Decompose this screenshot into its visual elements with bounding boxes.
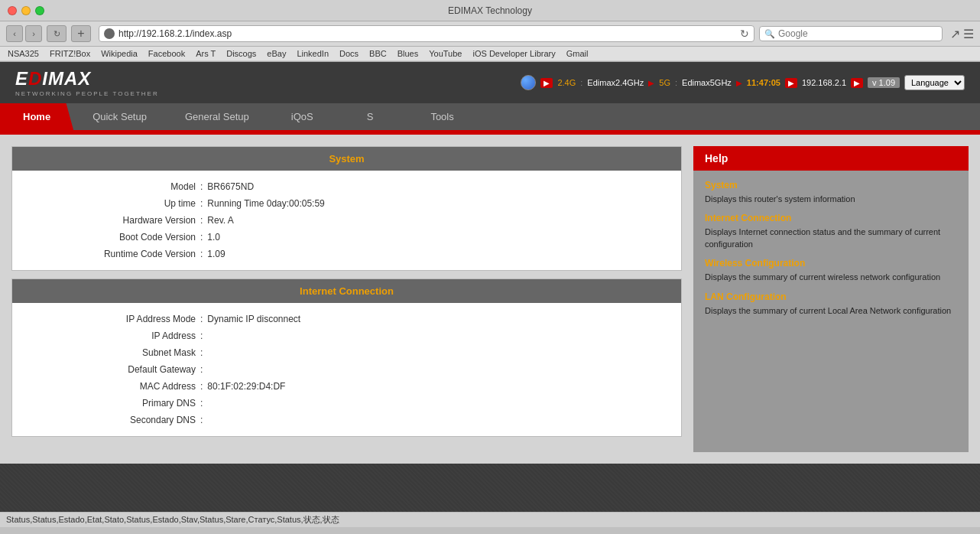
- help-lan-text: Displays the summary of current Local Ar…: [705, 305, 957, 317]
- help-wireless-title[interactable]: Wireless Configuration: [705, 258, 957, 269]
- logo: EDIMAX NETWORKING PEOPLE TOGETHER: [15, 68, 159, 97]
- table-row: Runtime Code Version : 1.09: [28, 246, 666, 262]
- boot-version-label: Boot Code Version: [28, 232, 196, 243]
- search-input[interactable]: [778, 28, 937, 39]
- band24-play[interactable]: ▶: [540, 78, 553, 88]
- globe-icon: [521, 75, 536, 90]
- band5-sep: :: [675, 78, 677, 87]
- uptime-value: Running Time 0day:00:05:59: [207, 198, 324, 209]
- main-content: System Model : BR6675ND Up time : Runnin…: [0, 135, 980, 464]
- help-body: System Displays this router's system inf…: [693, 171, 969, 330]
- bookmark-bbc[interactable]: BBC: [369, 49, 387, 58]
- table-row: Boot Code Version : 1.0: [28, 229, 666, 246]
- back-button[interactable]: ‹: [6, 25, 23, 42]
- maximize-button[interactable]: [35, 6, 44, 15]
- nav-tabs: Home Quick Setup General Setup iQoS S To…: [0, 103, 980, 130]
- system-section: System Model : BR6675ND Up time : Runnin…: [11, 146, 682, 271]
- bookmark-fritzbox[interactable]: FRITZ!Box: [50, 49, 90, 58]
- bookmark-docs[interactable]: Docs: [339, 49, 359, 58]
- boot-version-value: 1.0: [207, 232, 220, 243]
- router-ip: 192.168.2.1: [802, 78, 846, 87]
- bookmark-wikipedia[interactable]: Wikipedia: [101, 49, 138, 58]
- bookmark-facebook[interactable]: Facebook: [148, 49, 185, 58]
- bookmark-blues[interactable]: Blues: [398, 49, 419, 58]
- time-play[interactable]: ▶: [785, 78, 797, 88]
- bookmarks-bar: NSA325 FRITZ!Box Wikipedia Facebook Ars …: [0, 47, 980, 61]
- firmware-version: v 1.09: [868, 77, 900, 88]
- bookmark-discogs[interactable]: Discogs: [226, 49, 256, 58]
- table-row: IP Address Mode : Dynamic IP disconnect: [28, 311, 666, 327]
- reload-button[interactable]: ↻: [47, 25, 67, 42]
- band5-arrow: ▶: [736, 79, 742, 87]
- help-wireless-text: Displays the summary of current wireless…: [705, 272, 957, 283]
- tab-general-setup[interactable]: General Setup: [166, 103, 268, 130]
- system-section-title: System: [329, 153, 364, 164]
- url-security-icon: [104, 28, 115, 39]
- dns2-label: Secondary DNS: [28, 415, 196, 425]
- mac-label: MAC Address: [28, 381, 196, 392]
- band24-label: 2.4G: [557, 78, 576, 87]
- bookmark-ebay[interactable]: eBay: [267, 49, 286, 58]
- bookmark-gmail[interactable]: Gmail: [566, 49, 589, 58]
- internet-section: Internet Connection IP Address Mode : Dy…: [11, 278, 682, 437]
- table-row: Default Gateway :: [28, 361, 666, 378]
- uptime-label: Up time: [28, 198, 196, 209]
- internet-section-title: Internet Connection: [300, 285, 394, 297]
- table-row: Hardware Version : Rev. A: [28, 212, 666, 229]
- ip-mode-value: Dynamic IP disconnect: [207, 314, 300, 324]
- table-row: Subnet Mask :: [28, 344, 666, 361]
- language-select[interactable]: Language English 中文: [904, 75, 965, 90]
- model-label: Model: [28, 181, 196, 192]
- status-footer: Status,Status,Estado,Etat,Stato,Status,E…: [0, 512, 980, 527]
- share-button[interactable]: ↗: [950, 27, 960, 41]
- help-internet-title[interactable]: Internet Connection: [705, 213, 957, 223]
- dns1-label: Primary DNS: [28, 398, 196, 409]
- band24-sep: :: [580, 78, 582, 87]
- close-button[interactable]: [8, 6, 17, 15]
- minimize-button[interactable]: [21, 6, 31, 15]
- hw-version-label: Hardware Version: [28, 215, 196, 226]
- bookmark-arst[interactable]: Ars T: [196, 49, 216, 58]
- help-internet-text: Displays Internet connection status and …: [705, 226, 957, 250]
- runtime-version-value: 1.09: [207, 249, 225, 259]
- band24-arrow: ▶: [648, 79, 654, 87]
- logo-subtitle: NETWORKING PEOPLE TOGETHER: [15, 90, 159, 97]
- tab-tools[interactable]: Tools: [404, 103, 480, 130]
- window-title: EDIMAX Technology: [448, 5, 532, 16]
- bookmark-linkedin[interactable]: LinkedIn: [297, 49, 329, 58]
- url-input[interactable]: [118, 28, 737, 39]
- band5-label: 5G: [659, 78, 670, 87]
- status-text: Status,Status,Estado,Etat,Stato,Status,E…: [6, 515, 339, 524]
- mac-value: 80:1F:02:29:D4:DF: [207, 381, 285, 392]
- table-row: IP Address :: [28, 327, 666, 344]
- help-title: Help: [705, 152, 728, 164]
- current-time: 11:47:05: [747, 78, 780, 87]
- forward-button[interactable]: ›: [25, 25, 42, 42]
- ip-address-label: IP Address: [28, 330, 196, 341]
- gateway-label: Default Gateway: [28, 364, 196, 375]
- bookmark-youtube[interactable]: YouTube: [429, 49, 462, 58]
- new-tab-button[interactable]: +: [71, 25, 91, 42]
- table-row: Up time : Running Time 0day:00:05:59: [28, 195, 666, 212]
- runtime-version-label: Runtime Code Version: [28, 249, 196, 259]
- help-lan-title[interactable]: LAN Configuration: [705, 291, 957, 302]
- logo-text: EDIMAX: [15, 68, 91, 89]
- ip-play[interactable]: ▶: [851, 78, 863, 88]
- tab-iqos[interactable]: iQoS: [268, 103, 336, 130]
- content-area: System Model : BR6675ND Up time : Runnin…: [11, 146, 682, 452]
- tab-quick-setup[interactable]: Quick Setup: [73, 103, 166, 130]
- tab-s[interactable]: S: [336, 103, 404, 130]
- model-value: BR6675ND: [207, 181, 254, 192]
- bookmark-ios-dev[interactable]: iOS Developer Library: [472, 49, 555, 58]
- search-icon: 🔍: [764, 29, 775, 39]
- tab-home[interactable]: Home: [0, 103, 73, 130]
- table-row: Secondary DNS :: [28, 412, 666, 428]
- help-system-title[interactable]: System: [705, 180, 957, 190]
- settings-button[interactable]: ☰: [963, 27, 974, 41]
- table-row: Primary DNS :: [28, 395, 666, 412]
- help-system-text: Displays this router's system informatio…: [705, 194, 957, 205]
- bookmark-nsa325[interactable]: NSA325: [8, 49, 39, 58]
- band24-ssid: Edimax2.4GHz: [587, 78, 644, 87]
- refresh-icon[interactable]: ↻: [740, 28, 749, 40]
- band5-ssid: Edimax5GHz: [682, 78, 732, 87]
